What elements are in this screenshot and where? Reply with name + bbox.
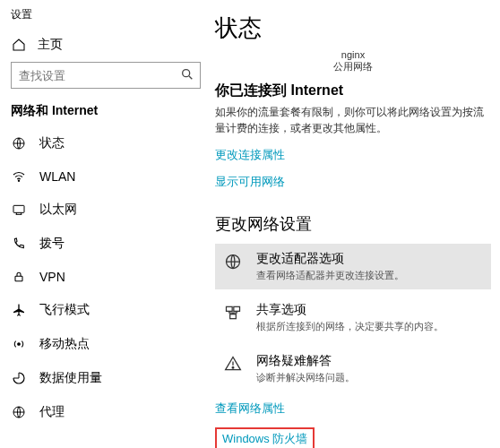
- home-label: 主页: [38, 37, 63, 53]
- airplane-icon: [11, 303, 27, 317]
- option-desc: 查看网络适配器并更改连接设置。: [256, 269, 404, 282]
- svg-point-3: [18, 180, 19, 181]
- svg-point-0: [183, 70, 190, 77]
- dialup-icon: [11, 237, 27, 251]
- nav-status[interactable]: 状态: [5, 126, 206, 160]
- troubleshoot-icon: [224, 353, 244, 384]
- search-input[interactable]: [11, 62, 201, 89]
- option-title: 网络疑难解答: [256, 353, 355, 369]
- wifi-icon: [11, 169, 27, 184]
- link-view-properties[interactable]: 查看网络属性: [215, 401, 285, 417]
- option-title: 共享选项: [256, 302, 444, 318]
- status-icon: [11, 136, 27, 151]
- firewall-highlight: Windows 防火墙: [215, 427, 315, 448]
- svg-rect-11: [230, 314, 237, 319]
- nav-label: WLAN: [39, 169, 75, 184]
- category-header: 网络和 Internet: [5, 103, 206, 126]
- svg-line-1: [189, 76, 192, 79]
- nav-label: 以太网: [39, 202, 77, 218]
- svg-rect-10: [234, 307, 240, 312]
- nav-label: 数据使用量: [39, 370, 102, 386]
- data-usage-icon: [11, 371, 27, 385]
- search-icon: [180, 67, 194, 82]
- search-box[interactable]: [11, 62, 201, 89]
- change-settings-heading: 更改网络设置: [215, 213, 491, 235]
- link-show-available[interactable]: 显示可用网络: [215, 174, 285, 190]
- svg-rect-5: [15, 276, 22, 280]
- svg-rect-4: [13, 205, 24, 212]
- nav-ethernet[interactable]: 以太网: [5, 193, 206, 227]
- option-title: 更改适配器选项: [256, 251, 404, 267]
- link-windows-firewall[interactable]: Windows 防火墙: [222, 431, 307, 447]
- nav-label: 代理: [39, 404, 65, 420]
- connected-desc: 如果你的流量套餐有限制，则你可以将此网络设置为按流量计费的连接，或者更改其他属性…: [215, 104, 491, 136]
- nav-dialup[interactable]: 拨号: [5, 227, 206, 261]
- page-title: 状态: [215, 13, 491, 44]
- vpn-icon: [11, 270, 27, 284]
- nav-label: VPN: [39, 270, 65, 284]
- adapter-icon: [224, 251, 244, 282]
- app-title: 设置: [5, 4, 206, 31]
- option-adapter[interactable]: 更改适配器选项 查看网络适配器并更改连接设置。: [215, 244, 491, 289]
- link-change-connection[interactable]: 更改连接属性: [215, 147, 285, 163]
- nav-label: 拨号: [39, 236, 65, 252]
- main-content: 状态 nginx 公用网络 你已连接到 Internet 如果你的流量套餐有限制…: [206, 0, 500, 448]
- ethernet-icon: [11, 202, 27, 217]
- svg-point-13: [232, 367, 234, 369]
- connected-heading: 你已连接到 Internet: [215, 82, 491, 100]
- nav-label: 飞行模式: [39, 302, 90, 318]
- nav-data-usage[interactable]: 数据使用量: [5, 361, 206, 395]
- network-name: nginx: [215, 49, 491, 61]
- nav-airplane[interactable]: 飞行模式: [5, 293, 206, 327]
- svg-rect-9: [227, 307, 233, 312]
- svg-point-6: [18, 343, 21, 346]
- nav-hotspot[interactable]: 移动热点: [5, 327, 206, 361]
- option-troubleshoot[interactable]: 网络疑难解答 诊断并解决网络问题。: [215, 346, 491, 392]
- home-button[interactable]: 主页: [5, 31, 206, 62]
- home-icon: [11, 38, 27, 52]
- nav-proxy[interactable]: 代理: [5, 395, 206, 429]
- option-sharing[interactable]: 共享选项 根据所连接到的网络，决定要共享的内容。: [215, 295, 491, 340]
- nav-label: 状态: [39, 135, 65, 151]
- option-desc: 诊断并解决网络问题。: [256, 371, 355, 384]
- proxy-icon: [11, 405, 27, 419]
- sharing-icon: [224, 302, 244, 333]
- network-type: 公用网络: [215, 61, 491, 73]
- sidebar: 设置 主页 网络和 Internet 状态 WLAN 以太网: [0, 0, 206, 448]
- nav-wlan[interactable]: WLAN: [5, 160, 206, 193]
- nav-label: 移动热点: [39, 336, 90, 352]
- hotspot-icon: [11, 337, 27, 351]
- nav-vpn[interactable]: VPN: [5, 261, 206, 293]
- network-header: nginx 公用网络: [215, 49, 491, 73]
- option-desc: 根据所连接到的网络，决定要共享的内容。: [256, 320, 444, 333]
